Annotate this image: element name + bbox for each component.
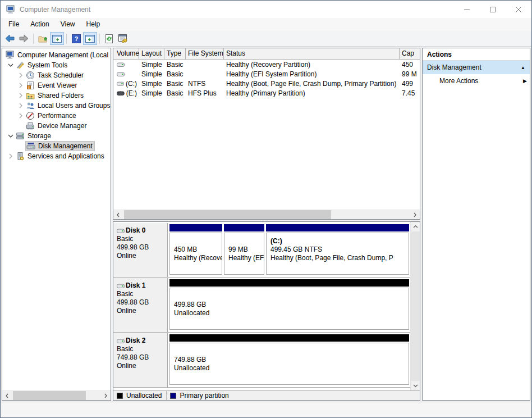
scrollbar-track[interactable] [123, 210, 410, 219]
menu-help[interactable]: Help [81, 18, 106, 31]
partition-unallocated[interactable]: 749.88 GB Unallocated [169, 334, 409, 385]
tree-item-label: Computer Management (Local [17, 51, 108, 59]
show-console-tree-button[interactable] [50, 32, 64, 45]
chevron-right-icon[interactable] [16, 92, 26, 99]
scrollbar-track[interactable] [411, 231, 420, 381]
minimize-icon [464, 7, 470, 12]
status-bar [1, 402, 531, 417]
volume-row[interactable]: (C:) Simple Basic NTFS Healthy (Boot, Pa… [113, 79, 420, 88]
volume-status: Healthy (Primary Partition) [224, 89, 400, 97]
partition-efi[interactable]: 99 MB Healthy (EFI [224, 224, 264, 275]
tree-item-label: Storage [27, 132, 51, 140]
disk-2-info[interactable]: Disk 2 Basic 749.88 GB Online [113, 333, 168, 387]
scrollbar-track[interactable] [12, 391, 101, 400]
partition-color-band [224, 224, 264, 231]
disk-view-vertical-scrollbar[interactable] [410, 222, 420, 390]
disk-management-icon [26, 142, 35, 151]
tree-item-task-scheduler[interactable]: Task Scheduler [2, 70, 111, 80]
maximize-button[interactable] [480, 1, 506, 18]
tree-item-computer-management[interactable]: Computer Management (Local [2, 50, 111, 60]
scroll-left-icon[interactable] [2, 391, 12, 400]
menu-view[interactable]: View [55, 18, 81, 31]
scrollbar-thumb[interactable] [411, 231, 420, 381]
tree-item-label: Shared Folders [38, 92, 84, 99]
partition-unallocated[interactable]: 499.88 GB Unallocated [169, 279, 409, 330]
chevron-down-icon[interactable] [6, 62, 16, 69]
column-header-status[interactable]: Status [224, 48, 400, 59]
partition-color-band [169, 334, 409, 342]
disk-icon [117, 338, 125, 344]
column-header-type[interactable]: Type [164, 48, 186, 59]
disk-1-info[interactable]: Disk 1 Basic 499.88 GB Online [113, 278, 168, 332]
tree-item-system-tools[interactable]: System Tools [2, 60, 111, 70]
services-icon [16, 152, 25, 161]
help-icon: ? [72, 34, 81, 43]
disk-name: Disk 0 [126, 226, 145, 235]
scroll-down-icon[interactable] [411, 381, 420, 390]
disk-size: 499.98 GB [117, 243, 165, 252]
chevron-right-icon[interactable] [6, 153, 16, 160]
tree-item-services-and-applications[interactable]: Services and Applications [2, 151, 111, 161]
scroll-up-icon[interactable] [411, 222, 420, 231]
volume-file-system: HFS Plus [186, 89, 224, 97]
tree-item-disk-management[interactable]: Disk Management [2, 141, 111, 151]
partition-label [174, 347, 405, 356]
app-icon [6, 5, 16, 14]
menu-action[interactable]: Action [25, 18, 54, 31]
partition-size: 450 MB [174, 246, 218, 254]
tree-item-shared-folders[interactable]: Shared Folders [2, 90, 111, 101]
volume-list-horizontal-scrollbar[interactable] [113, 210, 420, 219]
chevron-down-icon[interactable] [6, 133, 16, 139]
minimize-button[interactable] [454, 1, 480, 18]
more-actions-item[interactable]: More Actions ▶ [423, 74, 530, 88]
performance-icon [26, 111, 35, 120]
chevron-right-icon[interactable] [16, 102, 26, 109]
refresh-button[interactable] [102, 32, 116, 45]
collapse-icon[interactable]: ▲ [521, 65, 525, 70]
column-header-volume[interactable]: Volume [113, 48, 139, 59]
column-header-file-system[interactable]: File System [186, 48, 224, 59]
chevron-right-icon[interactable] [16, 82, 26, 89]
chevron-right-icon[interactable] [16, 112, 26, 119]
more-actions-label: More Actions [439, 77, 478, 85]
tree-horizontal-scrollbar[interactable] [2, 390, 111, 400]
menu-file[interactable]: File [1, 18, 25, 31]
partition-recovery[interactable]: 450 MB Healthy (Recover [169, 224, 222, 275]
actions-group-disk-management[interactable]: Disk Management ▲ [423, 61, 530, 74]
disk-row-1: Disk 1 Basic 499.88 GB Online [113, 278, 410, 333]
scrollbar-thumb[interactable] [13, 391, 86, 400]
scroll-right-icon[interactable] [410, 210, 420, 219]
tree-item-label: Performance [38, 112, 76, 120]
column-header-layout[interactable]: Layout [139, 48, 164, 59]
tree-item-event-viewer[interactable]: ! Event Viewer [2, 80, 111, 90]
disk-status: Online [117, 307, 165, 315]
column-header-capacity[interactable]: Cap [400, 48, 420, 59]
chevron-right-icon[interactable] [16, 72, 26, 79]
scroll-left-icon[interactable] [113, 210, 123, 219]
tree-item-storage[interactable]: Storage [2, 131, 111, 141]
disk-icon [117, 228, 125, 234]
tree-item-local-users-and-groups[interactable]: Local Users and Groups [2, 101, 111, 111]
volume-row[interactable]: (E:) Simple Basic HFS Plus Healthy (Prim… [113, 88, 420, 98]
volume-row[interactable]: Simple Basic Healthy (EFI System Partiti… [113, 69, 420, 79]
scroll-right-icon[interactable] [101, 391, 111, 400]
partition-c-drive[interactable]: (C:) 499.45 GB NTFS Healthy (Boot, Page … [266, 224, 409, 275]
volume-capacity: 499 [400, 80, 420, 88]
forward-button[interactable] [17, 32, 31, 45]
volume-row[interactable]: Simple Basic Healthy (Recovery Partition… [113, 60, 420, 69]
partition-label [174, 292, 405, 301]
up-one-level-button[interactable] [36, 32, 50, 45]
tree-item-device-manager[interactable]: Device Manager [2, 121, 111, 131]
disk-management-console-button[interactable] [116, 32, 130, 45]
tree-item-performance[interactable]: Performance [2, 111, 111, 121]
back-button[interactable] [3, 32, 17, 45]
computer-management-window: Computer Management File Action View Hel… [0, 0, 532, 418]
disk-0-info[interactable]: Disk 0 Basic 499.98 GB Online [113, 223, 168, 277]
scrollbar-thumb[interactable] [124, 210, 331, 219]
help-button[interactable]: ? [69, 32, 83, 45]
close-button[interactable] [506, 1, 531, 18]
volume-label: (C:) [126, 80, 137, 88]
show-action-pane-button[interactable] [83, 32, 97, 45]
disk-icon [117, 283, 125, 289]
volume-type: Basic [164, 89, 186, 97]
